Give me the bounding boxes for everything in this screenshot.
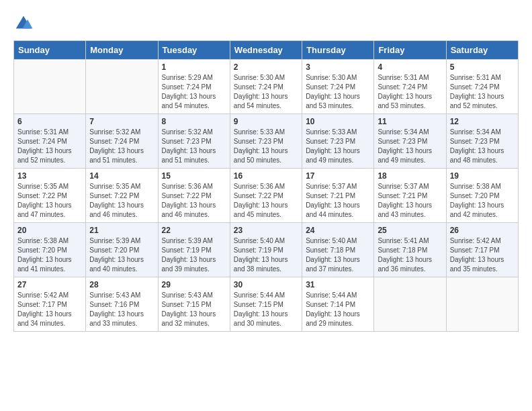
day-info: Sunrise: 5:30 AM Sunset: 7:24 PM Dayligh… bbox=[306, 73, 370, 111]
calendar-day: 23Sunrise: 5:40 AM Sunset: 7:19 PM Dayli… bbox=[230, 223, 302, 277]
day-number: 15 bbox=[162, 171, 226, 181]
calendar-day bbox=[14, 60, 86, 114]
day-info: Sunrise: 5:30 AM Sunset: 7:24 PM Dayligh… bbox=[234, 73, 298, 111]
calendar-day: 24Sunrise: 5:40 AM Sunset: 7:18 PM Dayli… bbox=[302, 223, 374, 277]
day-number: 30 bbox=[234, 280, 298, 289]
day-info: Sunrise: 5:36 AM Sunset: 7:22 PM Dayligh… bbox=[162, 182, 226, 220]
day-number: 9 bbox=[234, 117, 298, 126]
calendar-header-row: SundayMondayTuesdayWednesdayThursdayFrid… bbox=[14, 41, 519, 60]
calendar-day: 1Sunrise: 5:29 AM Sunset: 7:24 PM Daylig… bbox=[158, 60, 230, 114]
calendar-day: 15Sunrise: 5:36 AM Sunset: 7:22 PM Dayli… bbox=[158, 169, 230, 223]
calendar-day: 6Sunrise: 5:31 AM Sunset: 7:24 PM Daylig… bbox=[14, 114, 86, 169]
day-number: 5 bbox=[450, 62, 515, 72]
day-number: 25 bbox=[378, 226, 442, 235]
calendar-header-thursday: Thursday bbox=[302, 41, 374, 60]
calendar-header-monday: Monday bbox=[86, 41, 158, 60]
day-number: 11 bbox=[378, 117, 442, 126]
day-number: 4 bbox=[378, 62, 442, 72]
calendar-day: 22Sunrise: 5:39 AM Sunset: 7:19 PM Dayli… bbox=[158, 223, 230, 277]
calendar-day: 17Sunrise: 5:37 AM Sunset: 7:21 PM Dayli… bbox=[302, 169, 374, 223]
day-info: Sunrise: 5:36 AM Sunset: 7:22 PM Dayligh… bbox=[234, 182, 298, 220]
calendar-day: 13Sunrise: 5:35 AM Sunset: 7:22 PM Dayli… bbox=[14, 169, 86, 223]
calendar-day: 30Sunrise: 5:44 AM Sunset: 7:15 PM Dayli… bbox=[230, 277, 302, 332]
calendar-week-4: 20Sunrise: 5:38 AM Sunset: 7:20 PM Dayli… bbox=[14, 223, 519, 277]
day-number: 29 bbox=[162, 280, 226, 289]
calendar-day: 3Sunrise: 5:30 AM Sunset: 7:24 PM Daylig… bbox=[302, 60, 374, 114]
calendar-header-saturday: Saturday bbox=[446, 41, 518, 60]
calendar-body: 1Sunrise: 5:29 AM Sunset: 7:24 PM Daylig… bbox=[14, 60, 519, 332]
day-number: 31 bbox=[306, 280, 370, 289]
calendar: SundayMondayTuesdayWednesdayThursdayFrid… bbox=[13, 40, 519, 332]
day-info: Sunrise: 5:29 AM Sunset: 7:24 PM Dayligh… bbox=[162, 73, 226, 111]
day-number: 28 bbox=[89, 280, 154, 289]
day-info: Sunrise: 5:31 AM Sunset: 7:24 PM Dayligh… bbox=[378, 73, 442, 111]
calendar-week-3: 13Sunrise: 5:35 AM Sunset: 7:22 PM Dayli… bbox=[14, 169, 519, 223]
logo bbox=[13, 13, 36, 34]
logo-icon bbox=[13, 13, 34, 34]
calendar-day: 19Sunrise: 5:38 AM Sunset: 7:20 PM Dayli… bbox=[446, 169, 518, 223]
day-info: Sunrise: 5:38 AM Sunset: 7:20 PM Dayligh… bbox=[450, 182, 515, 220]
day-info: Sunrise: 5:32 AM Sunset: 7:24 PM Dayligh… bbox=[89, 128, 154, 165]
day-number: 18 bbox=[378, 171, 442, 181]
day-info: Sunrise: 5:39 AM Sunset: 7:20 PM Dayligh… bbox=[89, 236, 154, 274]
calendar-day bbox=[446, 277, 518, 332]
calendar-day: 7Sunrise: 5:32 AM Sunset: 7:24 PM Daylig… bbox=[86, 114, 158, 169]
day-number: 21 bbox=[89, 226, 154, 235]
calendar-day: 28Sunrise: 5:43 AM Sunset: 7:16 PM Dayli… bbox=[86, 277, 158, 332]
calendar-day: 20Sunrise: 5:38 AM Sunset: 7:20 PM Dayli… bbox=[14, 223, 86, 277]
day-number: 16 bbox=[234, 171, 298, 181]
day-info: Sunrise: 5:43 AM Sunset: 7:16 PM Dayligh… bbox=[89, 291, 154, 328]
calendar-header-tuesday: Tuesday bbox=[158, 41, 230, 60]
day-number: 6 bbox=[17, 117, 82, 126]
calendar-week-5: 27Sunrise: 5:42 AM Sunset: 7:17 PM Dayli… bbox=[14, 277, 519, 332]
calendar-week-1: 1Sunrise: 5:29 AM Sunset: 7:24 PM Daylig… bbox=[14, 60, 519, 114]
calendar-day: 31Sunrise: 5:44 AM Sunset: 7:14 PM Dayli… bbox=[302, 277, 374, 332]
day-number: 27 bbox=[17, 280, 82, 289]
day-number: 26 bbox=[450, 226, 515, 235]
day-info: Sunrise: 5:31 AM Sunset: 7:24 PM Dayligh… bbox=[450, 73, 515, 111]
day-number: 19 bbox=[450, 171, 515, 181]
page-header bbox=[13, 13, 519, 34]
day-number: 17 bbox=[306, 171, 370, 181]
calendar-day bbox=[374, 277, 446, 332]
day-number: 24 bbox=[306, 226, 370, 235]
calendar-header-friday: Friday bbox=[374, 41, 446, 60]
day-number: 1 bbox=[162, 62, 226, 72]
day-number: 8 bbox=[162, 117, 226, 126]
calendar-day: 27Sunrise: 5:42 AM Sunset: 7:17 PM Dayli… bbox=[14, 277, 86, 332]
day-info: Sunrise: 5:44 AM Sunset: 7:14 PM Dayligh… bbox=[306, 291, 370, 328]
day-info: Sunrise: 5:34 AM Sunset: 7:23 PM Dayligh… bbox=[450, 128, 515, 165]
calendar-day: 16Sunrise: 5:36 AM Sunset: 7:22 PM Dayli… bbox=[230, 169, 302, 223]
day-info: Sunrise: 5:43 AM Sunset: 7:15 PM Dayligh… bbox=[162, 291, 226, 328]
calendar-day: 25Sunrise: 5:41 AM Sunset: 7:18 PM Dayli… bbox=[374, 223, 446, 277]
day-info: Sunrise: 5:41 AM Sunset: 7:18 PM Dayligh… bbox=[378, 236, 442, 274]
day-number: 14 bbox=[89, 171, 154, 181]
calendar-day: 18Sunrise: 5:37 AM Sunset: 7:21 PM Dayli… bbox=[374, 169, 446, 223]
calendar-day: 14Sunrise: 5:35 AM Sunset: 7:22 PM Dayli… bbox=[86, 169, 158, 223]
day-info: Sunrise: 5:35 AM Sunset: 7:22 PM Dayligh… bbox=[89, 182, 154, 220]
day-number: 3 bbox=[306, 62, 370, 72]
day-info: Sunrise: 5:35 AM Sunset: 7:22 PM Dayligh… bbox=[17, 182, 82, 220]
calendar-header-wednesday: Wednesday bbox=[230, 41, 302, 60]
day-info: Sunrise: 5:40 AM Sunset: 7:18 PM Dayligh… bbox=[306, 236, 370, 274]
day-info: Sunrise: 5:37 AM Sunset: 7:21 PM Dayligh… bbox=[306, 182, 370, 220]
calendar-day: 21Sunrise: 5:39 AM Sunset: 7:20 PM Dayli… bbox=[86, 223, 158, 277]
calendar-day: 11Sunrise: 5:34 AM Sunset: 7:23 PM Dayli… bbox=[374, 114, 446, 169]
day-info: Sunrise: 5:39 AM Sunset: 7:19 PM Dayligh… bbox=[162, 236, 226, 274]
day-number: 12 bbox=[450, 117, 515, 126]
calendar-header-sunday: Sunday bbox=[14, 41, 86, 60]
day-info: Sunrise: 5:31 AM Sunset: 7:24 PM Dayligh… bbox=[17, 128, 82, 165]
day-number: 22 bbox=[162, 226, 226, 235]
calendar-day bbox=[86, 60, 158, 114]
day-info: Sunrise: 5:40 AM Sunset: 7:19 PM Dayligh… bbox=[234, 236, 298, 274]
calendar-day: 8Sunrise: 5:32 AM Sunset: 7:23 PM Daylig… bbox=[158, 114, 230, 169]
calendar-day: 2Sunrise: 5:30 AM Sunset: 7:24 PM Daylig… bbox=[230, 60, 302, 114]
day-number: 2 bbox=[234, 62, 298, 72]
day-number: 23 bbox=[234, 226, 298, 235]
day-number: 7 bbox=[89, 117, 154, 126]
calendar-day: 5Sunrise: 5:31 AM Sunset: 7:24 PM Daylig… bbox=[446, 60, 518, 114]
calendar-day: 4Sunrise: 5:31 AM Sunset: 7:24 PM Daylig… bbox=[374, 60, 446, 114]
calendar-week-2: 6Sunrise: 5:31 AM Sunset: 7:24 PM Daylig… bbox=[14, 114, 519, 169]
day-info: Sunrise: 5:33 AM Sunset: 7:23 PM Dayligh… bbox=[234, 128, 298, 165]
day-info: Sunrise: 5:38 AM Sunset: 7:20 PM Dayligh… bbox=[17, 236, 82, 274]
